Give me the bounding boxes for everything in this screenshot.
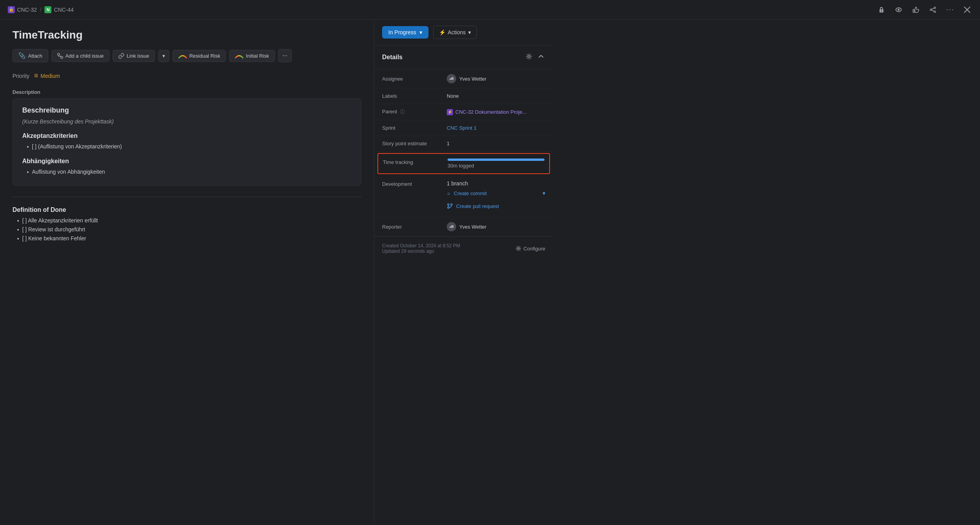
- created-date: Created October 14, 2024 at 8:52 PM: [382, 243, 460, 248]
- status-dropdown-icon: ▾: [419, 29, 422, 35]
- breadcrumb-icon-cnc32: 🔒: [8, 6, 15, 13]
- link-dropdown-button[interactable]: ▾: [158, 50, 169, 62]
- reporter-avatar: [447, 222, 456, 231]
- list-item: [ ] (Auflistung von Akzeptanzkriterien): [27, 143, 352, 150]
- list-item: [ ] Review ist durchgeführt: [17, 226, 361, 233]
- list-item: [ ] Alle Akzeptanzkriterien erfüllt: [17, 217, 361, 224]
- footer-dates: Created October 14, 2024 at 8:52 PM Upda…: [382, 243, 460, 254]
- eye-icon: [895, 6, 902, 14]
- residual-risk-icon: [178, 53, 187, 58]
- time-tracking-row[interactable]: Time tracking 30m logged: [377, 153, 550, 174]
- share-button[interactable]: [927, 4, 938, 15]
- parent-text: CNC-32 Dokumentation Proje...: [455, 109, 527, 115]
- time-tracking-value: 30m logged: [448, 163, 474, 169]
- parent-tag-icon: ⚡: [447, 109, 453, 115]
- list-item: Auflistung von Abhängigkeiten: [27, 169, 352, 175]
- breadcrumb-icon-cnc44: N: [44, 6, 51, 13]
- create-commit-item: ⬦ Create commit ▾: [447, 190, 545, 197]
- commit-expand-icon[interactable]: ▾: [543, 190, 545, 196]
- eye-button[interactable]: [893, 4, 904, 15]
- labels-row: Labels None: [374, 88, 553, 104]
- priority-row: Priority ≡ Medium: [12, 72, 361, 80]
- labels-value[interactable]: None: [447, 93, 545, 99]
- updated-date: Updated 29 seconds ago: [382, 248, 460, 254]
- close-button[interactable]: [962, 5, 972, 15]
- assignee-name: Yves Wetter: [459, 76, 486, 82]
- branch-count: 1 branch: [447, 180, 545, 187]
- list-item-text: [ ] Alle Akzeptanzkriterien erfüllt: [22, 217, 98, 224]
- priority-icon: ≡: [34, 72, 39, 80]
- dod-list: [ ] Alle Akzeptanzkriterien erfüllt [ ] …: [12, 217, 361, 242]
- reporter-avatar-icon: [448, 224, 455, 230]
- list-item-text: Auflistung von Abhängigkeiten: [32, 169, 105, 175]
- svg-point-6: [934, 11, 936, 12]
- right-panel: In Progress ▾ ⚡ Actions ▾ Details: [374, 19, 553, 525]
- status-bar: In Progress ▾ ⚡ Actions ▾: [374, 19, 553, 46]
- reporter-row: Reporter Yves Wetter: [374, 217, 553, 236]
- reporter-name: Yves Wetter: [459, 224, 486, 230]
- lock-icon: [878, 6, 885, 14]
- attach-icon: 📎: [18, 52, 26, 59]
- settings-icon: [526, 53, 532, 60]
- breadcrumb-label-cnc44: CNC-44: [54, 7, 74, 13]
- lock-button[interactable]: [876, 4, 887, 15]
- top-nav: 🔒 CNC-32 / N CNC-44: [0, 0, 980, 19]
- abhaengigkeiten-title: Abhängigkeiten: [22, 158, 352, 165]
- story-point-label: Story point estimate: [382, 141, 441, 146]
- more-toolbar-button[interactable]: ···: [278, 49, 292, 62]
- pr-icon: [447, 203, 453, 209]
- nav-actions: ···: [876, 4, 972, 15]
- thumbsup-button[interactable]: [910, 4, 921, 15]
- breadcrumb-item-cnc44[interactable]: N CNC-44: [44, 6, 74, 13]
- issue-title: TimeTracking: [12, 29, 361, 41]
- description-box[interactable]: Beschreibung (Kurze Beschreibung des Pro…: [12, 98, 361, 186]
- story-point-row: Story point estimate 1: [374, 136, 553, 152]
- parent-row: Parent ⓘ ⚡ CNC-32 Dokumentation Proje...: [374, 104, 553, 120]
- more-dots-icon: ···: [946, 5, 954, 14]
- sprint-row: Sprint CNC Sprint 1: [374, 120, 553, 136]
- svg-point-14: [528, 56, 530, 58]
- parent-value[interactable]: ⚡ CNC-32 Dokumentation Proje...: [447, 109, 545, 115]
- svg-rect-13: [61, 56, 63, 58]
- svg-point-1: [881, 10, 882, 11]
- description-title: Beschreibung: [22, 106, 352, 115]
- attach-button[interactable]: 📎 Attach: [12, 49, 48, 62]
- development-label: Development: [382, 180, 441, 187]
- initial-risk-icon: [235, 53, 243, 58]
- link-issue-button[interactable]: Link issue: [113, 50, 155, 62]
- details-settings-button[interactable]: [524, 52, 534, 63]
- details-panel: Details: [374, 46, 553, 260]
- svg-rect-12: [58, 53, 60, 55]
- time-tracking-label: Time tracking: [383, 159, 441, 165]
- parent-label: Parent ⓘ: [382, 109, 441, 115]
- assignee-value[interactable]: Yves Wetter: [447, 74, 545, 83]
- in-progress-button[interactable]: In Progress ▾: [382, 26, 428, 39]
- svg-point-5: [934, 7, 936, 9]
- breadcrumb: 🔒 CNC-32 / N CNC-44: [8, 6, 74, 13]
- sprint-value[interactable]: CNC Sprint 1: [447, 125, 545, 131]
- more-nav-button[interactable]: ···: [945, 4, 956, 15]
- breadcrumb-item-cnc32[interactable]: 🔒 CNC-32: [8, 6, 37, 13]
- priority-value[interactable]: ≡ Medium: [34, 72, 60, 80]
- create-pr-link[interactable]: Create pull request: [456, 203, 499, 209]
- dod-section: Definition of Done [ ] Alle Akzeptanzkri…: [12, 206, 361, 242]
- svg-rect-4: [913, 9, 914, 12]
- commit-icon: ⬦: [447, 190, 451, 197]
- svg-point-7: [930, 9, 932, 11]
- initial-risk-label: Initial Risk: [246, 53, 269, 59]
- more-toolbar-icon: ···: [282, 52, 287, 59]
- details-collapse-button[interactable]: [537, 52, 545, 62]
- actions-button[interactable]: ⚡ Actions ▾: [433, 26, 477, 39]
- configure-button[interactable]: Configure: [516, 246, 545, 252]
- story-point-value[interactable]: 1: [447, 141, 545, 146]
- time-tracking-bar: [448, 159, 545, 161]
- initial-risk-button[interactable]: Initial Risk: [229, 50, 275, 62]
- create-commit-link[interactable]: Create commit: [454, 190, 487, 196]
- sprint-label: Sprint: [382, 125, 441, 131]
- share-icon: [929, 6, 937, 14]
- parent-tag: ⚡ CNC-32 Dokumentation Proje...: [447, 109, 527, 115]
- add-child-issue-button[interactable]: Add a child issue: [51, 50, 109, 62]
- divider: [12, 197, 361, 197]
- residual-risk-button[interactable]: Residual Risk: [173, 50, 226, 62]
- in-progress-label: In Progress: [388, 29, 416, 35]
